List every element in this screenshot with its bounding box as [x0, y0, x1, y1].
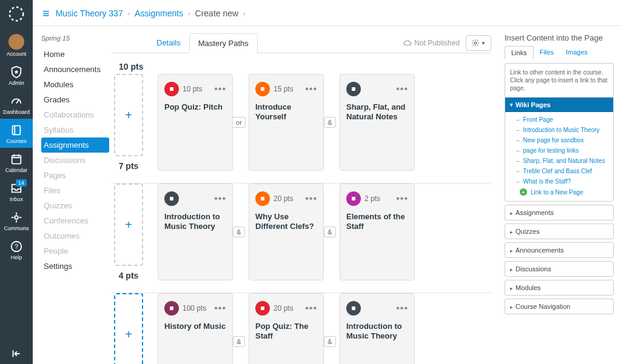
coursenav-grades[interactable]: Grades — [41, 92, 109, 107]
nav-help[interactable]: ? Help — [0, 235, 33, 264]
accordion-quizzes[interactable]: Quizzes — [505, 223, 614, 239]
plus-icon: + — [125, 218, 132, 232]
insert-content-sidebar: Insert Content into the Page Links Files… — [501, 26, 621, 364]
card-menu-button[interactable]: ••• — [396, 303, 408, 314]
path-card[interactable]: 20 pts•••Why Use Different Clefs? — [249, 184, 324, 280]
connector: & — [233, 184, 245, 280]
coursenav-modules[interactable]: Modules — [41, 77, 109, 92]
collapse-icon — [10, 347, 23, 360]
item-type-icon — [164, 191, 179, 206]
card-menu-button[interactable]: ••• — [305, 84, 317, 94]
card-menu-button[interactable]: ••• — [305, 193, 317, 204]
card-menu-button[interactable]: ••• — [305, 303, 317, 314]
accordion-discussions[interactable]: Discussions — [505, 261, 614, 277]
wiki-page-link[interactable]: page for testing links — [510, 145, 611, 156]
card-menu-button[interactable]: ••• — [214, 84, 226, 94]
wiki-page-link[interactable]: What is the Staff? — [510, 176, 611, 187]
svg-rect-12 — [352, 197, 355, 200]
coursenav-discussions[interactable]: Discussions — [41, 153, 109, 168]
path-card[interactable]: 20 pts•••Pop Quiz: The Staff — [249, 293, 324, 364]
nav-account[interactable]: Account — [0, 29, 33, 61]
sidebar-tabs: Links Files Images — [505, 46, 614, 59]
coursenav-assignments[interactable]: Assignments — [41, 137, 109, 153]
svg-rect-11 — [261, 197, 264, 200]
path-card[interactable]: 10 pts•••Pop Quiz: Pitch — [158, 74, 233, 171]
score-range-box[interactable]: + — [114, 293, 143, 364]
svg-point-3 — [15, 216, 18, 219]
nav-commons[interactable]: Commons — [0, 206, 33, 235]
settings-button[interactable]: ▼ — [466, 35, 491, 51]
path-card[interactable]: 2 pts•••Elements of the Staff — [340, 184, 415, 280]
coursenav-syllabus[interactable]: Syllabus — [41, 122, 109, 137]
card-menu-button[interactable]: ••• — [214, 193, 226, 204]
path-card[interactable]: •••Sharp, Flat, and Natural Notes — [340, 74, 415, 171]
card-points: 20 pts — [274, 194, 294, 203]
svg-rect-13 — [170, 306, 173, 310]
card-menu-button[interactable]: ••• — [396, 84, 408, 94]
score-range-box[interactable]: + — [114, 184, 143, 266]
coursenav-home[interactable]: Home — [41, 47, 109, 62]
sidebar-instructions: Link to other content in the course. Cli… — [505, 64, 613, 98]
coursenav-settings[interactable]: Settings — [41, 259, 109, 274]
nav-dashboard[interactable]: Dashboard — [0, 90, 33, 119]
card-points: 10 pts — [183, 85, 203, 93]
connector: & — [324, 184, 336, 280]
coursenav-conferences[interactable]: Conferences — [41, 213, 109, 228]
coursenav-quizzes[interactable]: Quizzes — [41, 198, 109, 213]
wiki-page-link[interactable]: Sharp, Flat, and Natural Notes — [510, 156, 611, 166]
global-nav-rail: Account Admin Dashboard Courses Calendar… — [0, 0, 33, 364]
card-menu-button[interactable]: ••• — [214, 303, 226, 314]
breadcrumb-course[interactable]: Music Theory 337 — [56, 8, 123, 18]
coursenav-pages[interactable]: Pages — [41, 168, 109, 183]
path-card[interactable]: •••Introduction to Music Theory — [340, 293, 415, 364]
nav-admin-label: Admin — [8, 80, 24, 86]
score-range-box[interactable]: + — [114, 74, 143, 156]
range-lower-label: 4 pts — [119, 271, 139, 280]
chevron-right-icon: › — [188, 10, 190, 17]
calendar-icon — [10, 153, 23, 166]
item-type-icon — [255, 301, 270, 316]
coursenav-collab[interactable]: Collaborations — [41, 107, 109, 122]
coursenav-outcomes[interactable]: Outcomes — [41, 228, 109, 243]
sidebar-tab-images[interactable]: Images — [560, 46, 594, 59]
path-card[interactable]: 15 pts•••Introduce Yourself — [249, 74, 324, 171]
tab-mastery-paths[interactable]: Mastery Paths — [189, 33, 258, 53]
accordion-assignments[interactable]: Assignments — [505, 205, 614, 220]
path-card[interactable]: 100 pts•••History of Music — [158, 293, 233, 364]
coursenav-announcements[interactable]: Announcements — [41, 62, 109, 77]
wiki-pages-heading[interactable]: Wiki Pages — [505, 98, 613, 112]
card-menu-button[interactable]: ••• — [396, 193, 408, 204]
nav-calendar[interactable]: Calendar — [0, 148, 33, 177]
wiki-page-link[interactable]: Introduction to Music Theory — [510, 125, 611, 135]
coursenav-files[interactable]: Files — [41, 183, 109, 198]
sidebar-tab-links[interactable]: Links — [505, 46, 534, 59]
wiki-page-link[interactable]: Front Page — [510, 114, 611, 125]
item-type-icon — [255, 82, 270, 96]
canvas-logo-icon — [7, 5, 25, 23]
breadcrumb-section[interactable]: Assignments — [135, 8, 183, 18]
path-card[interactable]: •••Introduction to Music Theory — [158, 184, 233, 280]
points-total: 10 pts — [119, 62, 491, 71]
nav-courses[interactable]: Courses — [0, 119, 33, 148]
hamburger-icon[interactable]: ≡ — [42, 7, 50, 19]
wiki-page-link[interactable]: New page for sandbox — [510, 135, 611, 145]
nav-calendar-label: Calendar — [5, 167, 28, 173]
nav-inbox[interactable]: 14 Inbox — [0, 177, 33, 206]
nav-collapse[interactable] — [0, 342, 33, 364]
connector-label: & — [233, 227, 244, 237]
nav-admin[interactable]: Admin — [0, 61, 33, 90]
card-points: 20 pts — [274, 304, 294, 313]
coursenav-people[interactable]: People — [41, 243, 109, 259]
wiki-page-link[interactable]: Treble Clef and Bass Clef — [510, 166, 611, 176]
link-new-page[interactable]: +Link to a New Page — [510, 187, 611, 197]
nav-inbox-label: Inbox — [10, 196, 23, 202]
tab-details[interactable]: Details — [148, 33, 189, 53]
accordion-modules[interactable]: Modules — [505, 280, 614, 296]
help-icon: ? — [10, 240, 23, 253]
sidebar-tab-files[interactable]: Files — [534, 46, 560, 59]
accordion-course-navigation[interactable]: Course Navigation — [505, 299, 614, 314]
accordion-announcements[interactable]: Announcements — [505, 242, 614, 258]
nav-account-label: Account — [7, 51, 27, 57]
svg-rect-15 — [352, 306, 355, 310]
nav-commons-label: Commons — [4, 225, 29, 231]
